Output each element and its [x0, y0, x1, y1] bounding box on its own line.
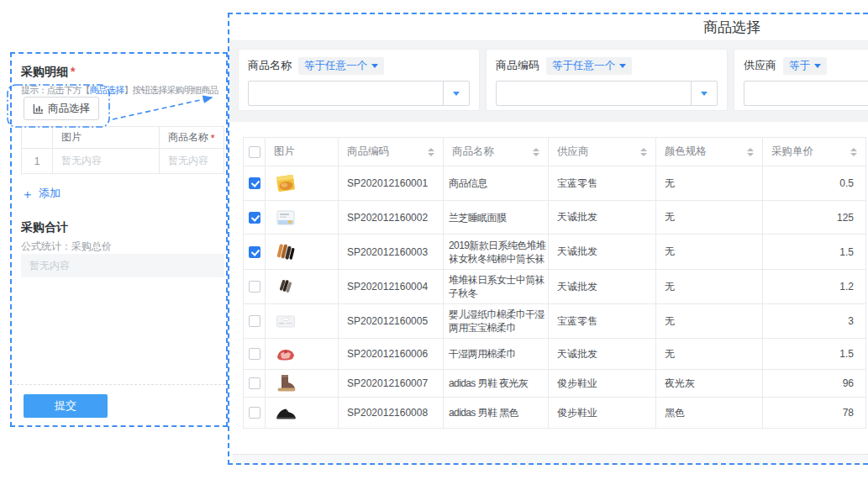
row-checkbox[interactable] [249, 407, 260, 419]
spec-cell: 无 [656, 304, 763, 339]
image-cell-empty: 暂无内容 [53, 149, 160, 174]
footer-divider [13, 384, 225, 385]
bar-chart-icon [33, 103, 44, 114]
row-checkbox[interactable] [249, 212, 260, 224]
filter-input-dropdown-button[interactable] [691, 82, 717, 105]
sort-button[interactable] [640, 148, 647, 156]
table-row[interactable]: SP202012160002兰芝睡眠面膜天诚批发无125 [244, 201, 866, 235]
formula-label: 公式统计：采购总价 [21, 240, 112, 254]
supplier-cell: 天诚批发 [549, 201, 656, 235]
image-cell [266, 339, 339, 370]
filter-value-input[interactable] [744, 81, 868, 106]
code-cell: SP202012160002 [339, 201, 444, 235]
table-row[interactable]: SP202012160005婴儿湿纸巾棉柔巾干湿两用宝宝棉柔巾宝蓝零售无3 [244, 304, 866, 339]
add-row-button[interactable]: ＋ 添加 [21, 186, 60, 201]
filter-card: 商品编码等于任意一个 [486, 49, 728, 111]
filter-field-label: 供应商 [744, 58, 776, 73]
table-row[interactable]: SP2020121600032019新款日系纯色堆堆袜女秋冬纯棉中筒长袜天诚批发… [244, 235, 866, 270]
spec-cell: 夜光灰 [656, 370, 763, 398]
row-checkbox[interactable] [249, 348, 260, 360]
purchase-total-placeholder: 暂无内容 [29, 260, 70, 271]
sort-button[interactable] [533, 148, 539, 156]
table-header-row: 图片商品编码商品名称供应商颜色规格采购单价 [244, 138, 866, 166]
sort-up-icon [640, 148, 647, 151]
table-header-row: 图片 商品名称* [21, 126, 224, 149]
price-cell: 1.5 [763, 339, 866, 370]
code-cell: SP202012160005 [339, 304, 444, 339]
supplier-cell: 俊步鞋业 [549, 398, 656, 429]
filter-value-input[interactable] [496, 81, 718, 106]
row-checkbox[interactable] [249, 377, 260, 389]
spec-cell: 无 [656, 235, 763, 270]
sort-down-icon [428, 153, 434, 156]
filter-field-label: 商品编码 [496, 58, 539, 73]
required-asterisk: * [211, 133, 214, 143]
submit-button[interactable]: 提交 [24, 394, 108, 418]
column-header: 商品编码 [339, 138, 444, 166]
product-select-button[interactable]: 商品选择 [24, 97, 99, 120]
image-column-header: 图片 [53, 126, 160, 149]
column-header: 颜色规格 [656, 138, 763, 166]
supplier-cell: 俊步鞋业 [549, 370, 656, 398]
filter-operator-dropdown[interactable]: 等于 [783, 57, 827, 75]
name-cell: 商品信息 [444, 166, 549, 201]
sort-down-icon [850, 153, 857, 156]
code-cell: SP202012160004 [339, 270, 444, 304]
filter-operator-text: 等于任意一个 [304, 59, 367, 73]
row-checkbox[interactable] [249, 281, 260, 293]
filter-input-dropdown-button[interactable] [443, 82, 469, 105]
sort-button[interactable] [428, 148, 434, 156]
row-checkbox[interactable] [249, 246, 260, 258]
purchase-detail-title: 采购明细* [21, 65, 75, 80]
product-image [274, 240, 297, 264]
product-select-button-label: 商品选择 [48, 102, 90, 116]
filter-card: 供应商等于 [734, 49, 868, 111]
table-row[interactable]: SP202012160004堆堆袜日系女士中筒袜子秋冬天诚批发无1.2 [244, 270, 866, 304]
table-row[interactable]: SP202012160007adidas 男鞋 夜光灰俊步鞋业夜光灰96 [244, 370, 866, 398]
filter-operator-text: 等于 [789, 59, 810, 73]
chevron-down-icon [453, 92, 460, 96]
price-cell: 96 [763, 370, 866, 398]
name-cell: 干湿两用棉柔巾 [444, 339, 549, 370]
purchase-detail-title-text: 采购明细 [21, 65, 68, 78]
price-cell: 78 [763, 398, 866, 429]
code-cell: SP202012160006 [339, 339, 444, 370]
code-cell: SP202012160003 [339, 235, 444, 270]
row-checkbox[interactable] [249, 315, 260, 327]
select-all-checkbox[interactable] [249, 146, 260, 158]
price-cell: 1.2 [763, 270, 866, 304]
image-cell [266, 270, 339, 304]
add-row-label: 添加 [39, 186, 60, 201]
image-cell [266, 166, 339, 201]
table-row[interactable]: SP202012160008adidas 男鞋 黑色俊步鞋业黑色78 [244, 398, 866, 429]
sort-button[interactable] [747, 148, 754, 156]
product-select-dialog: 商品选择 商品名称等于任意一个商品编码等于任意一个供应商等于 图片商品编码商品名… [228, 13, 868, 465]
purchase-detail-panel: 采购明细* 提示：点击下方【商品选择】按钮选择采购明细商品 商品选择 图片 商品… [10, 52, 228, 427]
product-image [274, 342, 297, 366]
chevron-down-icon [371, 64, 378, 68]
supplier-cell: 宝蓝零售 [549, 304, 656, 339]
filter-value-input[interactable] [248, 81, 470, 106]
image-cell [266, 304, 339, 339]
table-row[interactable]: SP202012160001商品信息宝蓝零售无0.5 [244, 166, 866, 201]
image-cell [266, 201, 339, 235]
purchase-total-field: 暂无内容 [21, 254, 224, 277]
dialog-footer [233, 454, 868, 463]
table-row[interactable]: SP202012160006干湿两用棉柔巾天诚批发无1.5 [244, 339, 866, 370]
supplier-cell: 宝蓝零售 [549, 166, 656, 201]
sort-up-icon [850, 148, 857, 151]
row-checkbox[interactable] [249, 177, 260, 189]
sort-button[interactable] [850, 148, 857, 156]
purchase-total-title: 采购合计 [21, 220, 68, 235]
code-cell: SP202012160001 [339, 166, 444, 201]
plus-icon: ＋ [21, 188, 34, 199]
filter-operator-dropdown[interactable]: 等于任意一个 [298, 57, 384, 75]
supplier-cell: 天诚批发 [549, 235, 656, 270]
code-cell: SP202012160007 [339, 370, 444, 398]
filter-operator-dropdown[interactable]: 等于任意一个 [546, 57, 632, 75]
name-cell: 婴儿湿纸巾棉柔巾干湿两用宝宝棉柔巾 [444, 304, 549, 339]
spec-cell: 无 [656, 339, 763, 370]
product-image [274, 275, 297, 298]
product-image [274, 171, 297, 195]
purchase-detail-table: 图片 商品名称* 1 暂无内容 暂无内容 [21, 126, 224, 174]
